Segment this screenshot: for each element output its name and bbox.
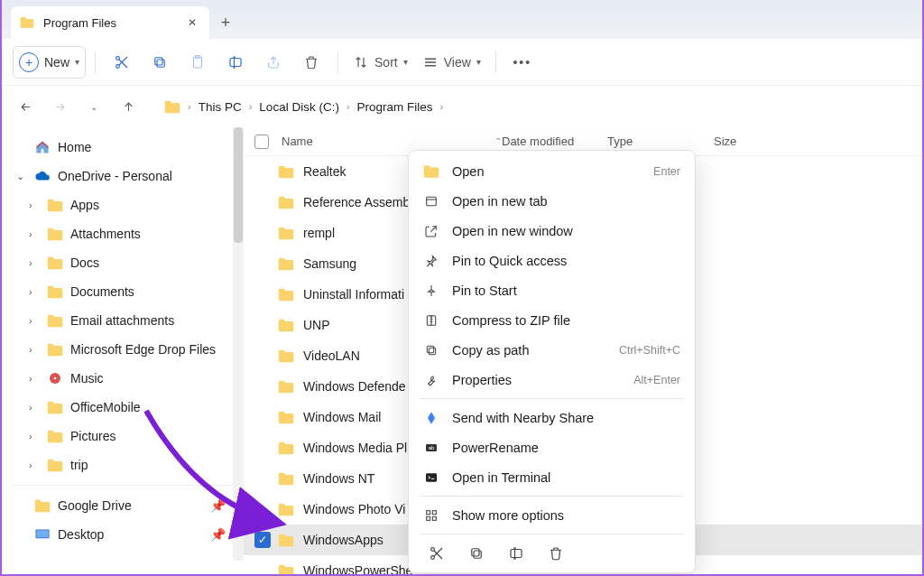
checkbox[interactable] <box>254 562 271 576</box>
chevron-right-icon: › <box>249 101 253 112</box>
checkbox[interactable] <box>254 255 271 272</box>
chevron-right-icon: › <box>29 228 40 239</box>
ctx-powerrename[interactable]: abPowerRename <box>412 432 691 462</box>
scissors-icon <box>114 54 130 70</box>
browser-tab[interactable]: Program Files ✕ <box>11 6 209 39</box>
rename-icon[interactable] <box>508 545 524 562</box>
paste-button[interactable] <box>180 46 215 79</box>
copy-button[interactable] <box>143 46 177 79</box>
cut-button[interactable] <box>105 46 139 79</box>
ctx-pin-quick[interactable]: Pin to Quick access <box>412 246 691 275</box>
separator <box>420 496 684 497</box>
ctx-nearby-share[interactable]: Send with Nearby Share <box>412 403 691 432</box>
checkbox[interactable] <box>254 163 271 180</box>
file-name: VideoLAN <box>303 348 360 363</box>
ctx-properties[interactable]: PropertiesAlt+Enter <box>412 365 691 395</box>
new-tab-button[interactable]: + <box>209 6 242 39</box>
ctx-open-window[interactable]: Open in new window <box>412 216 691 246</box>
scrollbar[interactable] <box>233 127 244 561</box>
more-button[interactable]: ••• <box>505 46 540 79</box>
music-icon <box>47 371 63 386</box>
sidebar-home[interactable]: Home <box>2 133 244 162</box>
share-button[interactable] <box>256 46 291 79</box>
checkbox[interactable] <box>254 286 271 302</box>
checkbox[interactable] <box>254 470 271 487</box>
svg-rect-3 <box>155 57 162 64</box>
sidebar-item[interactable]: ›Documents <box>2 277 244 306</box>
ctx-terminal[interactable]: Open in Terminal <box>412 462 691 492</box>
ctx-copy-path[interactable]: Copy as pathCtrl+Shift+C <box>412 335 691 365</box>
ctx-more-options[interactable]: Show more options <box>412 500 691 530</box>
close-icon[interactable]: ✕ <box>184 14 200 31</box>
chevron-right-icon: › <box>29 200 40 210</box>
breadcrumb[interactable]: › This PC› Local Disk (C:)› Program File… <box>164 100 443 114</box>
forward-button[interactable] <box>45 92 74 121</box>
checkbox[interactable] <box>254 440 271 456</box>
checkbox[interactable] <box>254 225 271 241</box>
crumb[interactable]: This PC <box>199 100 242 114</box>
folder-icon <box>278 441 294 455</box>
sidebar-item[interactable]: ›Music <box>2 364 244 393</box>
sidebar-desktop[interactable]: Desktop 📌 <box>2 520 244 549</box>
scrollbar-thumb[interactable] <box>234 127 243 243</box>
sidebar-google-drive[interactable]: Google Drive 📌 <box>2 491 244 520</box>
folder-icon <box>164 100 180 114</box>
file-name: Windows Mail <box>303 410 381 424</box>
ctx-pin-start[interactable]: Pin to Start <box>412 275 691 305</box>
ctx-open[interactable]: OpenEnter <box>412 156 691 186</box>
checkbox[interactable] <box>254 409 271 425</box>
up-button[interactable] <box>114 92 143 121</box>
sidebar-label: Google Drive <box>58 498 132 513</box>
select-all-checkbox[interactable] <box>254 135 269 149</box>
sidebar-item[interactable]: ›Pictures <box>2 422 244 451</box>
delete-button[interactable] <box>294 46 328 79</box>
sidebar-onedrive[interactable]: ⌄ OneDrive - Personal <box>2 162 244 190</box>
trash-icon[interactable] <box>548 545 564 562</box>
crumb[interactable]: Program Files <box>357 100 433 114</box>
tab-icon <box>424 194 439 209</box>
checkbox[interactable] <box>254 317 271 333</box>
sidebar-label: trip <box>70 458 88 472</box>
tab-title: Program Files <box>43 16 116 30</box>
checkbox[interactable] <box>254 501 271 517</box>
ctx-open-tab[interactable]: Open in new tab <box>412 186 691 216</box>
sort-label: Sort <box>374 55 398 70</box>
back-button[interactable] <box>11 92 40 121</box>
checkbox[interactable] <box>254 378 271 395</box>
view-button[interactable]: View ▾ <box>417 46 486 79</box>
checkbox-checked-icon[interactable]: ✓ <box>254 532 271 548</box>
context-menu: OpenEnter Open in new tab Open in new wi… <box>408 150 696 573</box>
chevron-down-icon: ⌄ <box>90 102 97 112</box>
sidebar-item[interactable]: ›Email attachments <box>2 306 244 335</box>
sidebar-label: Attachments <box>70 227 141 241</box>
crumb[interactable]: Local Disk (C:) <box>259 100 339 114</box>
ctx-compress[interactable]: Compress to ZIP file <box>412 305 691 335</box>
sidebar-item[interactable]: ›Microsoft Edge Drop Files <box>2 335 244 364</box>
sidebar-item[interactable]: ›Apps <box>2 190 244 219</box>
sidebar-item[interactable]: ›Attachments <box>2 219 244 248</box>
scissors-icon[interactable] <box>429 545 445 562</box>
sidebar-item[interactable]: ›OfficeMobile <box>2 393 244 422</box>
col-date[interactable]: Date modified <box>502 135 607 148</box>
svg-point-23 <box>431 556 435 560</box>
checkbox[interactable] <box>254 348 271 364</box>
chevron-right-icon: › <box>29 373 40 384</box>
sidebar-item[interactable]: ›Docs <box>2 248 244 277</box>
sidebar-item[interactable]: ›trip <box>2 451 244 479</box>
arrow-left-icon <box>19 100 32 114</box>
col-name[interactable]: Name⌃ <box>282 135 502 148</box>
col-type[interactable]: Type <box>607 135 714 148</box>
rename-button[interactable] <box>218 46 253 79</box>
arrow-up-icon <box>122 100 135 114</box>
copy-icon[interactable] <box>468 545 485 562</box>
checkbox[interactable] <box>254 194 271 210</box>
chevron-down-icon: ▾ <box>476 57 481 67</box>
sort-button[interactable]: Sort ▾ <box>347 46 413 79</box>
recent-button[interactable]: ⌄ <box>79 92 108 121</box>
svg-point-8 <box>54 377 57 380</box>
chevron-right-icon: › <box>29 344 40 355</box>
folder-icon <box>47 314 63 328</box>
col-size[interactable]: Size <box>714 135 736 148</box>
svg-rect-2 <box>157 60 164 67</box>
new-button[interactable]: + New ▾ <box>13 46 86 79</box>
